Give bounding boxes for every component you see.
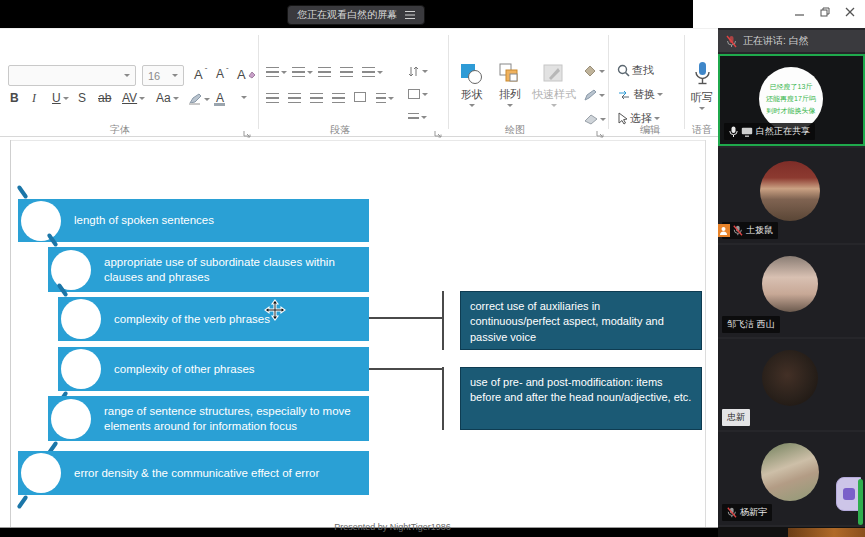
diagram-box-subordinate-clauses[interactable]: appropriate use of subordinate clauses w… — [48, 247, 369, 292]
bold-label: B — [10, 91, 19, 105]
participant-tile[interactable]: 已经瘦了13斤 还能再瘦17斤吗 到时才能换头像 白然正在共享 — [718, 54, 865, 146]
dictate-button[interactable]: 听写 — [688, 61, 716, 110]
participant-label: 白然正在共享 — [724, 123, 815, 140]
shape-fill-button[interactable] — [584, 65, 605, 77]
font-name-combo[interactable] — [8, 65, 136, 86]
connector-line — [369, 317, 442, 319]
highlighter-icon — [188, 93, 202, 105]
diagram-circle — [61, 349, 101, 389]
avatar-text-line: 还能再瘦17斤吗 — [766, 94, 816, 104]
justify-button[interactable] — [332, 93, 345, 103]
chevron-down-icon — [204, 98, 210, 101]
underline-label: U — [52, 91, 61, 105]
dictate-label: 听写 — [691, 90, 713, 105]
host-badge-icon — [718, 224, 730, 237]
eraser-icon — [248, 71, 256, 79]
quick-styles-button[interactable]: 快速样式 — [528, 63, 580, 107]
highlight-button[interactable] — [188, 93, 210, 105]
grow-font-button[interactable]: Aˆ — [194, 67, 207, 82]
find-button[interactable]: 查找 — [617, 63, 654, 78]
change-case-button[interactable]: Aa — [156, 91, 179, 105]
chevron-down-icon — [173, 97, 179, 100]
arrange-button[interactable]: 排列 — [491, 63, 529, 107]
shrink-font-button[interactable]: Aˇ — [216, 67, 229, 81]
menu-icon[interactable] — [405, 11, 415, 13]
participant-tile[interactable]: 忠新 — [718, 339, 865, 430]
paragraph-group-label: 段落 — [305, 123, 375, 137]
participant-tile[interactable]: 土拨鼠 — [718, 148, 865, 243]
line-spacing-icon — [362, 67, 375, 77]
align-center-button[interactable] — [288, 93, 301, 103]
align-right-button[interactable] — [310, 93, 323, 103]
char-spacing-button[interactable]: AV — [122, 91, 145, 105]
credit-text: Presented by NightTiger1986 — [285, 522, 500, 532]
distributed-button[interactable] — [354, 92, 366, 102]
outdent-icon — [318, 67, 331, 77]
diagram-box-verb-phrases[interactable]: complexity of the verb phrases — [58, 297, 369, 341]
font-dialog-launcher-icon[interactable] — [243, 124, 251, 132]
strikethrough-button[interactable]: S — [78, 91, 86, 105]
participant-name: 忠新 — [727, 411, 745, 424]
shape-outline-button[interactable] — [584, 89, 605, 101]
replace-button[interactable]: 替换 — [617, 87, 663, 102]
sort-button[interactable] — [408, 65, 428, 78]
participant-name: 土拨鼠 — [746, 224, 773, 237]
chevron-down-icon — [654, 117, 660, 120]
participant-tile[interactable]: 邹飞洁 西山 — [718, 245, 865, 337]
bold-button[interactable]: B — [10, 91, 19, 105]
detail-box-auxiliaries[interactable]: correct use of auxiliaries in continuous… — [460, 291, 702, 350]
chevron-down-icon — [139, 97, 145, 100]
diagram-box-error-density[interactable]: error density & the communicative effect… — [18, 451, 369, 495]
connector-line — [442, 367, 444, 430]
close-icon[interactable] — [845, 7, 855, 17]
minimize-icon[interactable] — [795, 7, 805, 17]
bullets-button[interactable] — [266, 67, 287, 77]
clear-formatting-button[interactable]: A — [237, 67, 256, 82]
screen-share-banner-text: 您正在观看白然的屏幕 — [297, 8, 397, 22]
speaking-status-text: 正在讲话: 白然 — [743, 34, 809, 48]
clear-formatting-label: A — [237, 67, 246, 82]
restore-icon[interactable] — [820, 7, 830, 17]
line-spacing-button[interactable] — [362, 67, 383, 77]
underline-button[interactable]: U — [52, 91, 69, 105]
text-direction-button[interactable] — [408, 89, 428, 99]
font-color-button[interactable]: A — [216, 89, 247, 106]
diagram-box-other-phrases[interactable]: complexity of other phrases — [58, 347, 369, 391]
grow-font-label: A — [194, 67, 203, 82]
diagram-box-sentence-structures[interactable]: range of sentence structures, especially… — [48, 396, 369, 441]
align-left-button[interactable] — [266, 93, 279, 103]
drawing-dialog-launcher-icon[interactable] — [596, 124, 604, 132]
paragraph-marks-button[interactable] — [408, 113, 427, 121]
screen-share-banner[interactable]: 您正在观看白然的屏幕 — [287, 5, 425, 25]
shading-button[interactable] — [376, 93, 394, 103]
subscript-label: ab — [98, 91, 111, 105]
detail-box-text: correct use of auxiliaries in continuous… — [470, 300, 664, 343]
chevron-down-icon — [657, 93, 663, 96]
increase-indent-button[interactable] — [340, 67, 353, 77]
find-label: 查找 — [632, 63, 654, 78]
diagram-box-length[interactable]: length of spoken sentences — [18, 199, 369, 242]
participant-tile-partial[interactable] — [718, 527, 865, 537]
arrange-icon — [499, 63, 521, 85]
diagram-box-text: complexity of other phrases — [114, 362, 255, 377]
chevron-down-icon — [600, 118, 606, 121]
chevron-down-icon — [124, 74, 130, 77]
search-icon — [617, 64, 630, 77]
italic-button[interactable]: I — [32, 91, 36, 106]
participant-label: 忠新 — [722, 409, 750, 426]
quick-styles-label: 快速样式 — [532, 87, 576, 102]
font-size-combo[interactable]: 16 — [142, 65, 184, 86]
numbering-button[interactable] — [292, 67, 313, 77]
detail-box-modification[interactable]: use of pre- and post-modification: items… — [460, 367, 702, 430]
justify-icon — [332, 93, 345, 103]
avatar-text-line: 到时才能换头像 — [767, 106, 816, 116]
decrease-indent-button[interactable] — [318, 67, 331, 77]
screen-share-icon — [741, 127, 753, 137]
subscript-button[interactable]: ab — [98, 91, 111, 105]
paragraph-dialog-launcher-icon[interactable] — [434, 124, 442, 132]
drawing-group-label: 绘图 — [480, 123, 550, 137]
meeting-sidebar: 正在讲话: 白然 已经瘦了13斤 还能再瘦17斤吗 到时才能换头像 白然正在共享… — [718, 28, 865, 537]
shapes-button[interactable]: 形状 — [453, 63, 491, 107]
numbered-list-icon — [292, 67, 305, 77]
chevron-down-icon — [307, 71, 313, 74]
